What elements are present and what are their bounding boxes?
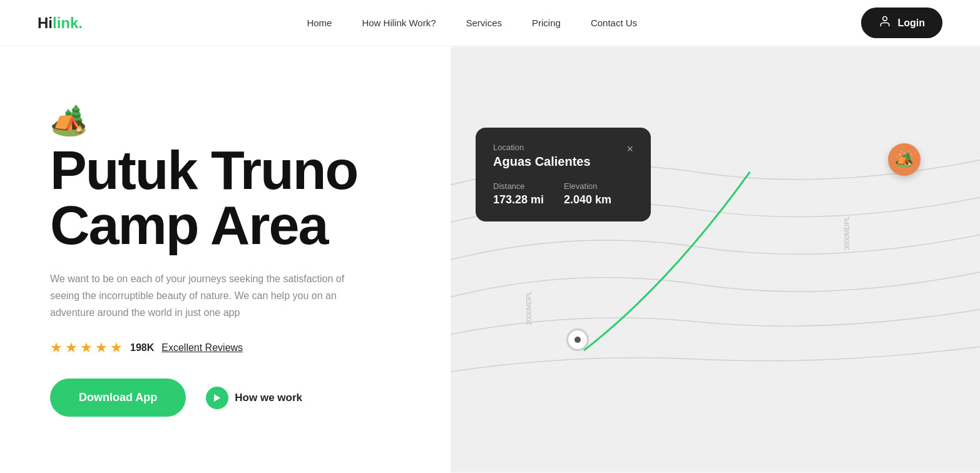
hero-emoji: 🏕️ [50, 103, 401, 138]
map-section: 2000MDPL 3600MDPL 🏕️ Location Aguas Cali… [451, 46, 980, 473]
how-we-work-button[interactable]: How we work [206, 387, 302, 409]
how-work-label: How we work [235, 392, 302, 404]
elevation-stat: Elevation 2.040 km [564, 181, 611, 206]
elevation-label: Elevation [564, 181, 611, 191]
nav-how-hilink-work[interactable]: How Hilink Work? [362, 18, 436, 28]
play-icon [206, 387, 228, 409]
location-label: Location [493, 143, 591, 152]
cta-row: Download App How we work [50, 379, 401, 417]
map-pin-destination: 🏕️ [888, 143, 921, 176]
card-location-info: Location Aguas Calientes [493, 143, 591, 169]
star-3: ★ [80, 340, 93, 356]
svg-rect-1 [451, 48, 980, 472]
rating-row: ★ ★ ★ ★ ★ 198K Excellent Reviews [50, 340, 401, 356]
star-1: ★ [50, 340, 63, 356]
svg-text:3600MDPL: 3600MDPL [843, 216, 850, 250]
distance-label: Distance [493, 181, 544, 191]
star-rating: ★ ★ ★ ★ ★ [50, 340, 123, 356]
map-background: 2000MDPL 3600MDPL [451, 46, 980, 473]
location-info-card: Location Aguas Calientes × Distance 173.… [476, 128, 651, 221]
elevation-value: 2.040 km [564, 193, 611, 206]
hero-title-line1: Putuk Truno [50, 139, 357, 201]
download-app-button[interactable]: Download App [50, 379, 186, 417]
hero-title-line2: Camp Area [50, 194, 327, 256]
distance-stat: Distance 173.28 mi [493, 181, 544, 206]
logo-hi: Hi [38, 14, 53, 31]
svg-text:2000MDPL: 2000MDPL [525, 291, 533, 325]
nav-pricing[interactable]: Pricing [532, 18, 561, 28]
card-header: Location Aguas Calientes × [493, 143, 633, 169]
rating-count: 198K [130, 342, 154, 353]
card-close-button[interactable]: × [626, 143, 633, 156]
logo-link: link. [53, 14, 83, 31]
svg-point-0 [883, 17, 887, 21]
login-button[interactable]: Login [861, 8, 942, 38]
star-2: ★ [65, 340, 78, 356]
logo: Hilink. [38, 14, 83, 32]
origin-dot [574, 337, 581, 343]
hero-title: Putuk Truno Camp Area [50, 143, 401, 253]
nav-home[interactable]: Home [307, 18, 332, 28]
hero-description: We want to be on each of your journeys s… [50, 270, 363, 322]
navbar: Hilink. Home How Hilink Work? Services P… [0, 0, 980, 46]
rating-link[interactable]: Excellent Reviews [161, 342, 243, 353]
nav-links: Home How Hilink Work? Services Pricing C… [307, 18, 637, 29]
nav-contact-us[interactable]: Contact Us [591, 18, 637, 28]
star-5: ★ [110, 340, 123, 356]
map-pin-origin [566, 328, 589, 351]
card-stats: Distance 173.28 mi Elevation 2.040 km [493, 181, 633, 206]
logo-text: Hilink. [38, 14, 83, 31]
user-icon [879, 15, 891, 31]
login-label: Login [897, 18, 925, 29]
main-content: 🏕️ Putuk Truno Camp Area We want to be o… [0, 46, 980, 473]
distance-value: 173.28 mi [493, 193, 544, 206]
star-4: ★ [95, 340, 108, 356]
location-name: Aguas Calientes [493, 155, 591, 169]
nav-services[interactable]: Services [466, 18, 502, 28]
hero-section: 🏕️ Putuk Truno Camp Area We want to be o… [0, 46, 451, 473]
